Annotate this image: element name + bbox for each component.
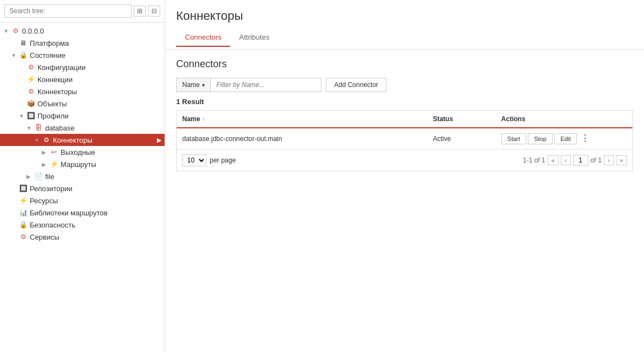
routes-icon: ⚡ [50, 160, 58, 169]
tree-item-output[interactable]: ↩ Выходные [0, 146, 165, 158]
caret-profiles [19, 113, 26, 119]
tree-item-platform[interactable]: 🖥 Платформа [0, 37, 165, 49]
connectors-top-icon: ⚙ [26, 87, 35, 96]
caret-connectors-active [34, 137, 42, 143]
tree-item-objects[interactable]: 📦 Объекты [0, 98, 165, 110]
profiles-icon: 🔲 [26, 111, 35, 120]
tree-item-root[interactable]: 0.0.0.0 [0, 25, 165, 37]
tree-item-state[interactable]: 🔒 Состояние [0, 49, 165, 61]
tree-label-platform: Платформа [30, 39, 69, 47]
edit-button[interactable]: Edit [554, 133, 577, 144]
tree-label-output: Выходные [61, 148, 95, 156]
tree-label-profiles: Профили [37, 112, 69, 120]
filter-dropdown-icon: ▾ [202, 82, 205, 88]
security-icon: 🔒 [19, 220, 28, 229]
tree-item-connectors-top[interactable]: ⚙ Коннекторы [0, 85, 165, 98]
tree-label-services: Сервисы [30, 233, 59, 241]
tree-item-connectors-active[interactable]: ⚙ Коннекторы ▶ [0, 134, 165, 146]
tree-label-objects: Объекты [37, 100, 67, 108]
tree-label-security: Безопасность [30, 221, 75, 229]
sidebar-search-bar: ⊞ ⊟ [0, 0, 165, 23]
first-page-button[interactable]: « [548, 155, 559, 165]
cell-actions: Start Stop Edit ⋮ [496, 128, 632, 149]
active-item-arrow: ▶ [157, 137, 161, 144]
tree-item-resources[interactable]: ⚡ Ресурсы [0, 194, 165, 207]
tree-label-file: file [45, 172, 54, 181]
add-connector-button[interactable]: Add Connector [326, 78, 386, 92]
tree-item-database[interactable]: 🗄 database [0, 122, 165, 134]
pagination-row: 10 per page 1-1 of 1 « ‹ of 1 › » [177, 149, 632, 171]
objects-icon: 📦 [26, 99, 35, 108]
table-container: Name ↑ Status Actions database.jdbc-conn… [176, 110, 633, 171]
gear-icon [11, 26, 20, 35]
start-button[interactable]: Start [501, 133, 526, 144]
tree-item-config[interactable]: Конфигурации [0, 61, 165, 73]
tree-label-routes: Маршруты [61, 160, 96, 169]
table-row: database.jdbc-connector-out.main Active … [177, 128, 632, 149]
per-page-label: per page [210, 156, 236, 164]
tree-item-routes[interactable]: ⚡ Маршруты [0, 158, 165, 170]
column-status: Status [427, 111, 495, 128]
stop-button[interactable]: Stop [528, 133, 553, 144]
tree-label-resources: Ресурсы [30, 197, 58, 205]
state-icon: 🔒 [19, 51, 28, 59]
next-page-button[interactable]: › [604, 155, 614, 165]
database-icon: 🗄 [34, 123, 43, 132]
collapse-tree-button[interactable]: ⊟ [148, 6, 160, 17]
range-label: 1-1 of 1 [523, 156, 545, 164]
total-pages: 1 [598, 156, 602, 164]
per-page-select[interactable]: 10 [182, 154, 206, 166]
result-count: 1 Result [176, 98, 633, 106]
tree-item-lib[interactable]: 📊 Библиотеки маршрутов [0, 207, 165, 219]
connectors-active-icon: ⚙ [42, 136, 51, 144]
column-actions: Actions [496, 111, 632, 128]
filter-input[interactable] [211, 78, 321, 91]
services-icon: ⚙ [19, 232, 28, 241]
tree-label-state: Состояние [30, 51, 66, 59]
tree-label-lib: Библиотеки маршрутов [30, 209, 107, 217]
tree-label-repo: Репозитории [30, 185, 72, 193]
filter-group: Name ▾ [176, 78, 321, 92]
cell-name: database.jdbc-connector-out.main [177, 128, 427, 149]
tree-item-profiles[interactable]: 🔲 Профили [0, 110, 165, 122]
connections-icon: ⚡ [26, 75, 35, 84]
search-input[interactable] [4, 4, 132, 18]
filter-name-button[interactable]: Name ▾ [177, 78, 211, 91]
tree-container: 0.0.0.0 🖥 Платформа 🔒 Состояние Конфигур… [0, 23, 165, 352]
section-title: Connectors [176, 58, 633, 70]
per-page-control: 10 per page [182, 154, 236, 166]
column-name-label: Name [182, 115, 200, 123]
tree-label-connections: Коннекции [37, 75, 73, 84]
last-page-button[interactable]: » [616, 155, 627, 165]
expand-tree-button[interactable]: ⊞ [134, 6, 146, 17]
caret-output [42, 149, 50, 155]
more-options-button[interactable]: ⋮ [578, 133, 592, 143]
platform-icon: 🖥 [19, 39, 28, 47]
tree-item-file[interactable]: 📄 file [0, 170, 165, 182]
caret-routes [42, 161, 50, 167]
caret-database [26, 125, 34, 131]
of-label: of [591, 156, 596, 164]
sidebar: ⊞ ⊟ 0.0.0.0 🖥 Платформа 🔒 Состояние Конф… [0, 0, 165, 352]
tree-item-security[interactable]: 🔒 Безопасность [0, 219, 165, 231]
main-content: Коннекторы Connectors Attributes Connect… [165, 0, 644, 352]
tab-connectors[interactable]: Connectors [176, 29, 230, 47]
filter-name-label: Name [182, 81, 200, 89]
page-input[interactable] [573, 155, 588, 166]
tree-label-config: Конфигурации [37, 63, 85, 72]
main-body: Connectors Name ▾ Add Connector 1 Result… [165, 50, 644, 352]
config-icon [26, 63, 35, 72]
tab-attributes[interactable]: Attributes [230, 29, 278, 47]
sort-arrow-icon: ↑ [202, 116, 205, 122]
table-header-row: Name ↑ Status Actions [177, 111, 632, 128]
resources-icon: ⚡ [19, 196, 28, 205]
column-name[interactable]: Name ↑ [177, 111, 427, 128]
tree-label-database: database [45, 124, 75, 132]
toolbar: Name ▾ Add Connector [176, 78, 633, 92]
tree-item-repo[interactable]: 🔲 Репозитории [0, 182, 165, 194]
prev-page-button[interactable]: ‹ [561, 155, 571, 165]
repo-icon: 🔲 [19, 184, 28, 193]
tree-item-connections[interactable]: ⚡ Коннекции [0, 73, 165, 85]
tree-item-services[interactable]: ⚙ Сервисы [0, 231, 165, 243]
main-header: Коннекторы Connectors Attributes [165, 0, 644, 50]
